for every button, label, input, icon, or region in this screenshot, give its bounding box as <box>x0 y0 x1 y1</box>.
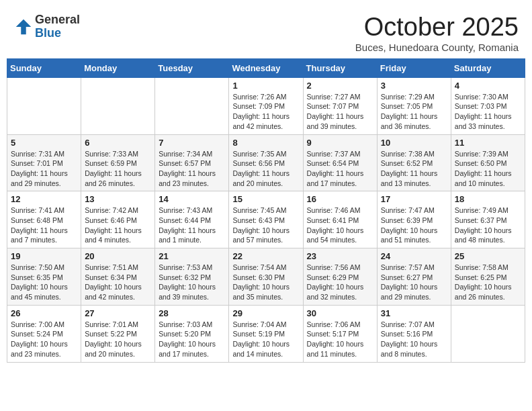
calendar-cell: 2Sunrise: 7:27 AM Sunset: 7:07 PM Daylig… <box>303 77 377 134</box>
day-info: Sunrise: 7:06 AM Sunset: 5:17 PM Dayligh… <box>307 320 373 359</box>
day-number: 17 <box>381 194 447 204</box>
day-info: Sunrise: 7:42 AM Sunset: 6:46 PM Dayligh… <box>85 205 151 245</box>
day-info: Sunrise: 7:49 AM Sunset: 6:37 PM Dayligh… <box>455 205 521 245</box>
calendar-cell: 22Sunrise: 7:54 AM Sunset: 6:30 PM Dayli… <box>229 248 303 306</box>
month-title: October 2025 <box>355 13 519 42</box>
logo-icon <box>13 17 34 37</box>
day-number: 26 <box>11 308 77 318</box>
calendar-table: SundayMondayTuesdayWednesdayThursdayFrid… <box>7 58 525 363</box>
day-info: Sunrise: 7:27 AM Sunset: 7:07 PM Dayligh… <box>307 92 373 132</box>
weekday-header-thursday: Thursday <box>303 58 377 77</box>
logo-blue: Blue <box>35 27 80 40</box>
weekday-header-saturday: Saturday <box>451 58 525 77</box>
weekday-header-monday: Monday <box>81 58 155 77</box>
day-number: 23 <box>307 251 373 261</box>
logo: General Blue <box>13 13 80 40</box>
day-number: 31 <box>381 308 447 318</box>
calendar-cell: 10Sunrise: 7:38 AM Sunset: 6:52 PM Dayli… <box>377 134 451 191</box>
day-number: 2 <box>307 81 373 91</box>
day-number: 1 <box>232 81 299 91</box>
day-info: Sunrise: 7:43 AM Sunset: 6:44 PM Dayligh… <box>159 205 225 245</box>
day-number: 18 <box>455 194 521 204</box>
day-info: Sunrise: 7:41 AM Sunset: 6:48 PM Dayligh… <box>11 205 77 245</box>
day-info: Sunrise: 7:34 AM Sunset: 6:57 PM Dayligh… <box>159 149 225 189</box>
day-info: Sunrise: 7:30 AM Sunset: 7:03 PM Dayligh… <box>455 92 521 132</box>
calendar-cell: 7Sunrise: 7:34 AM Sunset: 6:57 PM Daylig… <box>155 134 229 191</box>
calendar-cell: 28Sunrise: 7:03 AM Sunset: 5:20 PM Dayli… <box>155 305 229 362</box>
weekday-header-row: SundayMondayTuesdayWednesdayThursdayFrid… <box>7 58 525 77</box>
day-info: Sunrise: 7:04 AM Sunset: 5:19 PM Dayligh… <box>232 320 299 359</box>
calendar-cell: 1Sunrise: 7:26 AM Sunset: 7:09 PM Daylig… <box>229 77 303 134</box>
day-info: Sunrise: 7:46 AM Sunset: 6:41 PM Dayligh… <box>307 205 373 245</box>
calendar-cell: 21Sunrise: 7:53 AM Sunset: 6:32 PM Dayli… <box>155 248 229 306</box>
calendar-cell: 29Sunrise: 7:04 AM Sunset: 5:19 PM Dayli… <box>229 305 303 362</box>
day-info: Sunrise: 7:57 AM Sunset: 6:27 PM Dayligh… <box>381 263 447 302</box>
day-number: 25 <box>455 251 521 261</box>
calendar-cell: 31Sunrise: 7:07 AM Sunset: 5:16 PM Dayli… <box>377 305 451 362</box>
day-number: 22 <box>232 251 299 261</box>
calendar-cell: 18Sunrise: 7:49 AM Sunset: 6:37 PM Dayli… <box>451 191 525 248</box>
day-info: Sunrise: 7:07 AM Sunset: 5:16 PM Dayligh… <box>381 320 447 359</box>
day-info: Sunrise: 7:31 AM Sunset: 7:01 PM Dayligh… <box>11 149 77 189</box>
calendar-cell: 23Sunrise: 7:56 AM Sunset: 6:29 PM Dayli… <box>303 248 377 306</box>
logo-text: General Blue <box>35 13 80 40</box>
day-number: 29 <box>232 308 299 318</box>
day-number: 27 <box>85 308 151 318</box>
calendar-cell <box>7 77 81 134</box>
day-number: 6 <box>85 138 151 148</box>
day-info: Sunrise: 7:26 AM Sunset: 7:09 PM Dayligh… <box>232 92 299 132</box>
weekday-header-wednesday: Wednesday <box>229 58 303 77</box>
calendar-cell: 17Sunrise: 7:47 AM Sunset: 6:39 PM Dayli… <box>377 191 451 248</box>
day-number: 3 <box>381 81 447 91</box>
day-number: 20 <box>85 251 151 261</box>
week-row-1: 1Sunrise: 7:26 AM Sunset: 7:09 PM Daylig… <box>7 77 525 134</box>
calendar-cell: 26Sunrise: 7:00 AM Sunset: 5:24 PM Dayli… <box>7 305 81 362</box>
day-info: Sunrise: 7:54 AM Sunset: 6:30 PM Dayligh… <box>232 263 299 302</box>
day-info: Sunrise: 7:00 AM Sunset: 5:24 PM Dayligh… <box>11 320 77 359</box>
title-section: October 2025 Buces, Hunedoara County, Ro… <box>355 13 519 53</box>
weekday-header-sunday: Sunday <box>7 58 81 77</box>
day-info: Sunrise: 7:03 AM Sunset: 5:20 PM Dayligh… <box>159 320 225 359</box>
day-number: 4 <box>455 81 521 91</box>
calendar-cell: 12Sunrise: 7:41 AM Sunset: 6:48 PM Dayli… <box>7 191 81 248</box>
calendar-cell: 20Sunrise: 7:51 AM Sunset: 6:34 PM Dayli… <box>81 248 155 306</box>
day-number: 30 <box>307 308 373 318</box>
page-header: General Blue October 2025 Buces, Hunedoa… <box>7 7 525 58</box>
weekday-header-tuesday: Tuesday <box>155 58 229 77</box>
day-info: Sunrise: 7:50 AM Sunset: 6:35 PM Dayligh… <box>11 263 77 302</box>
calendar-cell: 8Sunrise: 7:35 AM Sunset: 6:56 PM Daylig… <box>229 134 303 191</box>
day-info: Sunrise: 7:51 AM Sunset: 6:34 PM Dayligh… <box>85 263 151 302</box>
calendar-cell: 14Sunrise: 7:43 AM Sunset: 6:44 PM Dayli… <box>155 191 229 248</box>
day-number: 12 <box>11 194 77 204</box>
day-number: 8 <box>232 138 299 148</box>
day-number: 24 <box>381 251 447 261</box>
calendar-cell <box>81 77 155 134</box>
svg-marker-0 <box>16 19 32 35</box>
day-number: 5 <box>11 138 77 148</box>
day-info: Sunrise: 7:58 AM Sunset: 6:25 PM Dayligh… <box>455 263 521 302</box>
day-number: 21 <box>159 251 225 261</box>
calendar-cell: 5Sunrise: 7:31 AM Sunset: 7:01 PM Daylig… <box>7 134 81 191</box>
calendar-cell: 25Sunrise: 7:58 AM Sunset: 6:25 PM Dayli… <box>451 248 525 306</box>
day-info: Sunrise: 7:38 AM Sunset: 6:52 PM Dayligh… <box>381 149 447 189</box>
calendar-cell: 4Sunrise: 7:30 AM Sunset: 7:03 PM Daylig… <box>451 77 525 134</box>
day-info: Sunrise: 7:33 AM Sunset: 6:59 PM Dayligh… <box>85 149 151 189</box>
calendar-cell: 30Sunrise: 7:06 AM Sunset: 5:17 PM Dayli… <box>303 305 377 362</box>
calendar-cell: 19Sunrise: 7:50 AM Sunset: 6:35 PM Dayli… <box>7 248 81 306</box>
day-number: 15 <box>232 194 299 204</box>
day-info: Sunrise: 7:35 AM Sunset: 6:56 PM Dayligh… <box>232 149 299 189</box>
calendar-cell: 6Sunrise: 7:33 AM Sunset: 6:59 PM Daylig… <box>81 134 155 191</box>
logo-general: General <box>35 13 80 27</box>
day-number: 19 <box>11 251 77 261</box>
calendar-cell: 27Sunrise: 7:01 AM Sunset: 5:22 PM Dayli… <box>81 305 155 362</box>
day-info: Sunrise: 7:45 AM Sunset: 6:43 PM Dayligh… <box>232 205 299 245</box>
week-row-3: 12Sunrise: 7:41 AM Sunset: 6:48 PM Dayli… <box>7 191 525 248</box>
day-number: 11 <box>455 138 521 148</box>
day-number: 13 <box>85 194 151 204</box>
week-row-4: 19Sunrise: 7:50 AM Sunset: 6:35 PM Dayli… <box>7 248 525 306</box>
week-row-2: 5Sunrise: 7:31 AM Sunset: 7:01 PM Daylig… <box>7 134 525 191</box>
calendar-cell: 9Sunrise: 7:37 AM Sunset: 6:54 PM Daylig… <box>303 134 377 191</box>
calendar-cell: 11Sunrise: 7:39 AM Sunset: 6:50 PM Dayli… <box>451 134 525 191</box>
location: Buces, Hunedoara County, Romania <box>355 42 519 53</box>
calendar-cell <box>451 305 525 362</box>
